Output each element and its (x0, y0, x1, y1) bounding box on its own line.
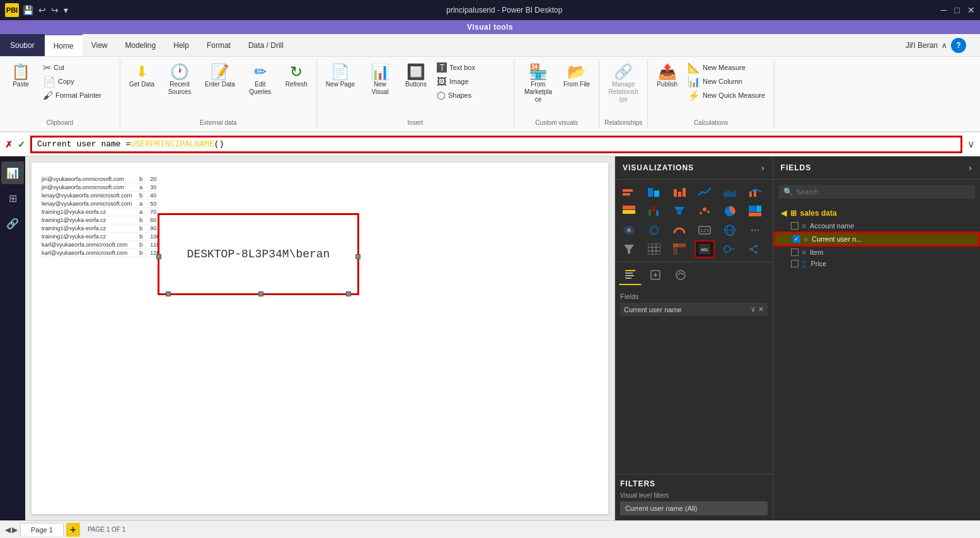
sales-data-group-header[interactable]: ◀ ⊞ sales data (773, 206, 980, 220)
format-painter-button[interactable]: 🖌 Format Painter (39, 90, 115, 102)
image-button[interactable]: 🖼 Image (433, 76, 509, 88)
add-page-button[interactable]: + (66, 523, 80, 537)
field-pill-actions[interactable]: ∨ ✕ (751, 305, 764, 313)
model-view-icon[interactable]: 🔗 (1, 212, 24, 235)
account-name-checkbox[interactable] (791, 222, 798, 230)
edit-queries-button[interactable]: ✏ Edit Queries (241, 62, 279, 98)
menu-data-drill[interactable]: Data / Drill (239, 34, 292, 56)
fields-search-input[interactable] (797, 188, 970, 196)
menu-modeling[interactable]: Modeling (117, 34, 165, 56)
viz-key-influencers[interactable] (720, 240, 740, 258)
visualizations-expand-button[interactable]: › (761, 163, 765, 173)
viz-card[interactable]: 123 (695, 221, 715, 239)
viz-pie[interactable] (720, 202, 740, 220)
viz-scatter[interactable] (695, 202, 715, 220)
menu-soubor[interactable]: Soubor (0, 34, 45, 56)
viz-ribbon[interactable] (619, 202, 639, 220)
close-button[interactable]: ✕ (967, 5, 975, 15)
current-user-name-field-pill[interactable]: Current user name ∨ ✕ (620, 303, 768, 316)
resize-handle-mr[interactable] (355, 254, 360, 259)
text-visual-box[interactable]: DESKTOP-8L3P34M\beran (158, 213, 359, 295)
viz-card-selected[interactable]: abc (695, 240, 715, 258)
viz-globe[interactable] (720, 221, 740, 239)
maximize-button[interactable]: □ (955, 5, 960, 15)
menu-format[interactable]: Format (198, 34, 239, 56)
manage-relationships-button[interactable]: 🔗 Manage Relationships (604, 62, 642, 106)
resize-handle-ml[interactable] (156, 254, 161, 259)
menu-home[interactable]: Home (45, 34, 83, 56)
resize-handle-bm[interactable] (258, 291, 263, 296)
new-visual-button[interactable]: 📊 New Visual (361, 62, 399, 98)
viz-decomp-tree[interactable] (745, 240, 765, 258)
formula-confirm-button[interactable]: ✓ (18, 139, 25, 149)
canvas-area[interactable]: jiri@vyukaeorfa.onmicrosoft.comb20 jiri@… (25, 156, 614, 520)
help-button[interactable]: ? (951, 38, 966, 53)
viz-donut[interactable] (644, 221, 664, 239)
viz-analytics-tab[interactable] (669, 265, 692, 285)
report-view-icon[interactable]: 📊 (1, 161, 24, 184)
enter-data-button[interactable]: 📝 Enter Data (201, 62, 239, 91)
prev-page-button[interactable]: ◀ (5, 525, 11, 534)
viz-combo[interactable] (745, 184, 765, 201)
buttons-button[interactable]: 🔲 Buttons (401, 62, 430, 91)
viz-map[interactable] (619, 221, 639, 239)
paste-button[interactable]: 📋 Paste (5, 62, 37, 91)
dropdown-icon[interactable]: ▾ (64, 5, 68, 15)
viz-matrix[interactable] (669, 240, 689, 258)
minimize-button[interactable]: ─ (941, 5, 947, 15)
undo-icon[interactable]: ↩ (38, 5, 46, 15)
next-page-button[interactable]: ▶ (12, 525, 18, 534)
viz-more[interactable]: ⋯ (745, 221, 765, 239)
new-quick-measure-button[interactable]: ⚡ New Quick Measure (684, 90, 769, 102)
resize-handle-bl[interactable] (166, 291, 171, 296)
new-column-button[interactable]: 📊 New Column (684, 76, 769, 88)
viz-filter[interactable] (619, 240, 639, 258)
page-1-tab[interactable]: Page 1 (20, 523, 64, 536)
viz-funnel[interactable] (669, 202, 689, 220)
from-marketplace-button[interactable]: 🏪 From Marketplace (519, 62, 557, 106)
user-chevron-icon[interactable]: ∧ (942, 41, 947, 50)
redo-icon[interactable]: ↪ (51, 5, 59, 15)
viz-fields-tab[interactable] (619, 265, 642, 285)
fields-item-price[interactable]: ∑ Price (773, 258, 980, 269)
current-user-name-filter-pill[interactable]: Current user name (All) (620, 501, 768, 515)
new-page-button[interactable]: 📄 New Page (322, 62, 359, 91)
copy-button[interactable]: 📄 Copy (39, 76, 115, 88)
field-pill-remove-icon[interactable]: ✕ (758, 305, 764, 313)
price-checkbox[interactable] (791, 260, 798, 267)
viz-clustered-bar[interactable] (644, 184, 664, 201)
viz-stacked-column[interactable] (669, 184, 689, 201)
get-data-button[interactable]: ⬇ Get Data (125, 62, 158, 91)
new-measure-button[interactable]: 📐 New Measure (684, 62, 769, 74)
viz-line[interactable] (695, 184, 715, 201)
field-pill-chevron-icon[interactable]: ∨ (751, 305, 756, 313)
fields-item-item[interactable]: ≡ Item (773, 247, 980, 258)
data-view-icon[interactable]: ⊞ (1, 187, 24, 209)
recent-sources-button[interactable]: 🕐 Recent Sources (161, 62, 199, 98)
menu-view[interactable]: View (83, 34, 117, 56)
formula-cancel-button[interactable]: ✗ (5, 139, 13, 149)
viz-table[interactable] (644, 240, 664, 258)
viz-format-tab[interactable] (644, 265, 667, 285)
text-box-button[interactable]: 🆃 Text box (433, 62, 509, 74)
resize-handle-br[interactable] (346, 291, 351, 296)
from-file-button[interactable]: 📂 From File (560, 62, 594, 91)
viz-gauge[interactable] (669, 221, 689, 239)
publish-big-button[interactable]: 📤 Publish (653, 62, 681, 91)
fields-item-current-user[interactable]: ✓ ≡ Current user n... (773, 231, 980, 247)
viz-treemap[interactable] (745, 202, 765, 220)
fields-item-account-name[interactable]: ≡ Account name (773, 220, 980, 231)
save-icon[interactable]: 💾 (23, 5, 33, 15)
formula-expand-button[interactable]: ∨ (967, 138, 975, 150)
menu-help[interactable]: Help (164, 34, 198, 56)
fields-expand-button[interactable]: › (969, 163, 972, 173)
refresh-button[interactable]: ↻ Refresh (282, 62, 311, 91)
formula-input[interactable]: Current user name = USERPRINCIPALNAME() (30, 136, 962, 153)
current-user-checkbox[interactable]: ✓ (793, 235, 800, 243)
shapes-button[interactable]: ⬡ Shapes (433, 90, 509, 102)
viz-stacked-bar[interactable] (619, 184, 639, 201)
viz-waterfall[interactable] (644, 202, 664, 220)
item-checkbox[interactable] (791, 249, 798, 256)
cut-button[interactable]: ✂ Cut (39, 62, 115, 74)
viz-area[interactable] (720, 184, 740, 201)
